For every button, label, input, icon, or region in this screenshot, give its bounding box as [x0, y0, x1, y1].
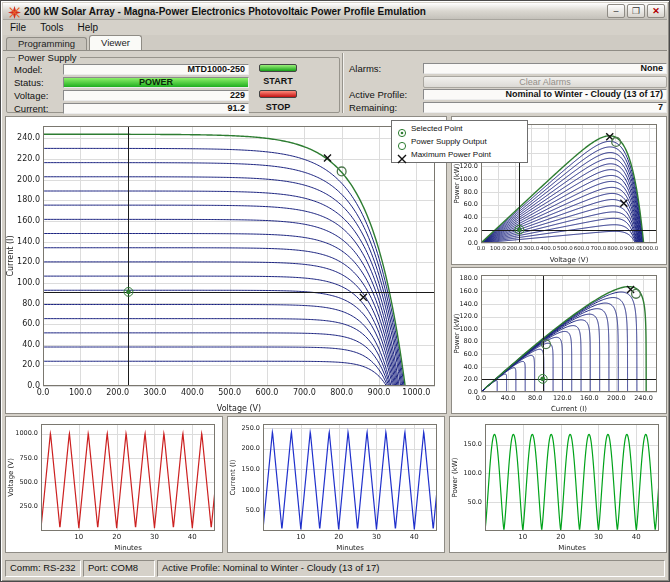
maximum-power-point-icon: [396, 150, 408, 160]
voltage-label: Voltage:: [14, 90, 48, 101]
maximize-button-icon[interactable]: ❐: [627, 4, 645, 18]
legend-item: Power Supply Output: [392, 135, 527, 148]
voltage-value: 229: [63, 90, 249, 101]
tab-programming[interactable]: Programming: [6, 37, 87, 50]
legend-label: Power Supply Output: [411, 137, 487, 146]
close-button-icon[interactable]: ✕: [647, 4, 665, 18]
window-title: 200 kW Solar Array - Magna-Power Electro…: [24, 6, 607, 17]
start-led-icon: [259, 64, 297, 72]
status-label: Status:: [14, 77, 44, 88]
chart-legend: Selected PointPower Supply OutputMaximum…: [391, 120, 528, 163]
current-trend-chart: [227, 416, 445, 553]
tab-viewer[interactable]: Viewer: [89, 35, 142, 50]
app-icon: [8, 5, 21, 18]
window-controls: – ❐ ✕: [607, 4, 665, 18]
menu-help[interactable]: Help: [70, 21, 105, 34]
stop-button[interactable]: STOP: [258, 102, 298, 113]
start-button[interactable]: START: [258, 76, 298, 87]
menu-bar: FileToolsHelp: [3, 20, 667, 35]
status-active-profile: Active Profile: Nominal to Winter - Clou…: [157, 560, 665, 577]
power-supply-groupbox: Power Supply Model: Status: Voltage: Cur…: [6, 57, 340, 113]
pi-curve-chart[interactable]: [451, 267, 667, 414]
legend-label: Maximum Power Point: [411, 150, 491, 159]
iv-curve-chart[interactable]: [5, 116, 447, 414]
status-comm: Comm: RS-232: [5, 560, 81, 577]
menu-tools[interactable]: Tools: [33, 21, 70, 34]
minimize-button-icon[interactable]: –: [607, 4, 625, 18]
current-label: Current:: [14, 103, 48, 114]
stop-led-icon: [259, 90, 297, 98]
tab-strip: ProgrammingViewer: [3, 35, 667, 51]
remaining-label: Remaining:: [349, 102, 397, 113]
title-bar: 200 kW Solar Array - Magna-Power Electro…: [3, 3, 667, 20]
power-supply-output-icon: [396, 137, 408, 147]
active-profile-label: Active Profile:: [349, 89, 407, 100]
model-label: Model:: [14, 64, 43, 75]
model-value: MTD1000-250: [63, 64, 249, 75]
legend-item: Selected Point: [392, 122, 527, 135]
status-power-bar: POWER: [63, 77, 249, 88]
panel-divider: [342, 53, 344, 113]
status-bar: Comm: RS-232 Port: COM8 Active Profile: …: [3, 557, 667, 579]
selected-point-icon: [396, 124, 408, 134]
legend-item: Maximum Power Point: [392, 148, 527, 161]
power-supply-group-title: Power Supply: [15, 52, 80, 63]
clear-alarms-button[interactable]: Clear Alarms: [423, 76, 667, 88]
menu-file[interactable]: File: [3, 21, 33, 34]
power-trend-chart: [449, 416, 667, 553]
legend-label: Selected Point: [411, 124, 463, 133]
alarms-label: Alarms:: [349, 63, 381, 74]
alarms-value: None: [423, 63, 667, 74]
remaining-value: 7: [423, 102, 667, 113]
control-panel: Power Supply Model: Status: Voltage: Cur…: [3, 51, 667, 115]
app-window: 200 kW Solar Array - Magna-Power Electro…: [0, 0, 670, 582]
active-profile-value: Nominal to Winter - Cloudy (13 of 17): [423, 89, 667, 100]
current-value: 91.2: [63, 103, 249, 114]
status-port: Port: COM8: [83, 560, 155, 577]
charts-area: Selected PointPower Supply OutputMaximum…: [3, 115, 667, 555]
voltage-trend-chart: [5, 416, 223, 553]
